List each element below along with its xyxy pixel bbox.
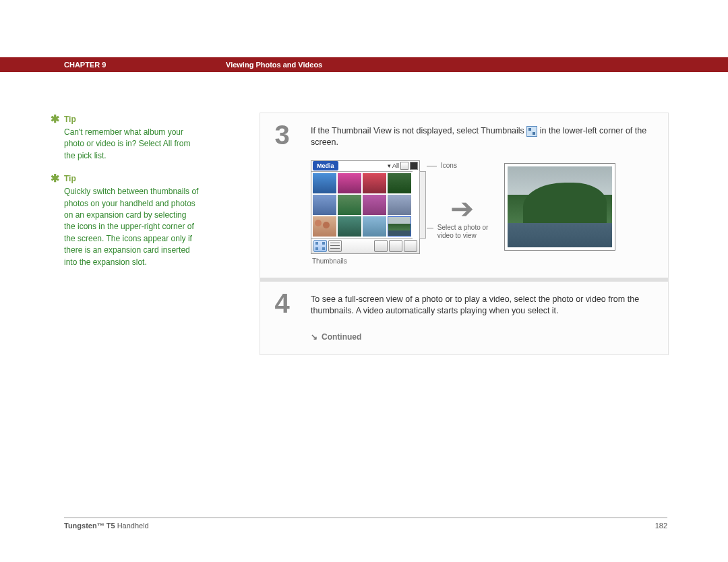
palm-screenshot-wrap: Media ▾ All [311,160,420,266]
list-view-button[interactable] [328,240,342,252]
thumbnails-view-button[interactable] [313,240,327,252]
step-4: 4 To see a full-screen view of a photo o… [260,282,668,354]
header-bar: CHAPTER 9 Viewing Photos and Videos [0,57,728,72]
callout-labels: Icons ➔ Select a photo or video to view [427,160,497,241]
thumbnail[interactable] [313,216,336,237]
step-number-col: 4 [260,282,304,354]
step-text: If the Thumbnail View is not displayed, … [311,125,656,148]
callout-line [427,166,437,166]
select-label: Select a photo or video to view [437,224,497,240]
thumbnails-icon [526,126,537,137]
device-icon[interactable] [400,162,408,170]
toolbar-button[interactable] [404,240,417,252]
content-area: ✱ Tip Can't remember what album your pho… [64,113,728,355]
continued-indicator: ↘ Continued [311,332,656,342]
toolbar-button[interactable] [374,240,388,252]
product-name: Tungsten™ T5 Handheld [64,522,149,530]
asterisk-icon: ✱ [51,113,59,125]
tip-label: Tip [64,174,76,183]
palm-app-label: Media [313,161,338,170]
asterisk-icon: ✱ [51,172,59,185]
dropdown-arrow-icon: ▾ [388,162,391,170]
palm-toolbar [311,239,419,253]
tip-label: Tip [64,115,76,124]
palm-picklist[interactable]: ▾ All [388,162,418,170]
page-number: 182 [655,522,667,530]
tip-header: ✱ Tip [64,172,199,185]
step-number: 4 [260,282,304,319]
photo-preview [504,163,615,251]
thumbnail[interactable] [338,173,361,193]
thumbnail[interactable] [313,195,336,215]
thumbnail[interactable] [363,216,386,237]
icons-label: Icons [441,162,457,170]
card-icon[interactable] [410,162,418,170]
step-body: If the Thumbnail View is not displayed, … [304,113,668,278]
thumbnail[interactable] [338,216,361,237]
step-number: 3 [260,113,304,150]
callout-line [427,228,433,228]
thumbnails-label: Thumbnails [312,257,420,266]
step-text: To see a full-screen view of a photo or … [311,294,656,317]
tip-block: ✱ Tip Quickly switch between thumbnails … [64,172,199,268]
tip-header: ✱ Tip [64,113,199,125]
palm-titlebar: Media ▾ All [311,161,419,171]
step-number-col: 3 [260,113,304,278]
arrow-right-icon: ➔ [446,190,478,228]
thumbnail[interactable] [363,173,386,193]
tip-text: Quickly switch between thumbnails of pho… [64,186,199,268]
tip-block: ✱ Tip Can't remember what album your pho… [64,113,199,162]
diagram-row: Media ▾ All [311,160,656,266]
thumbnail[interactable] [313,173,336,193]
thumbnail[interactable] [363,195,386,215]
continued-arrow-icon: ↘ [311,332,317,342]
thumbnail[interactable] [388,173,411,193]
page-footer: Tungsten™ T5 Handheld 182 [64,518,667,530]
thumbnail[interactable] [338,195,361,215]
thumbnail[interactable] [388,195,411,215]
palm-thumbnails-grid [311,171,413,239]
step-3: 3 If the Thumbnail View is not displayed… [260,113,668,278]
slideshow-button[interactable] [389,240,402,252]
palm-screenshot: Media ▾ All [311,160,420,254]
scrollbar[interactable] [419,171,426,239]
step-body: To see a full-screen view of a photo or … [304,282,668,354]
steps-panel: 3 If the Thumbnail View is not displayed… [260,113,669,355]
chapter-label: CHAPTER 9 [64,61,226,69]
tip-text: Can't remember what album your photo or … [64,127,199,162]
tips-sidebar: ✱ Tip Can't remember what album your pho… [64,113,199,355]
chapter-title: Viewing Photos and Videos [226,61,322,69]
thumbnail-selected[interactable] [388,216,411,237]
